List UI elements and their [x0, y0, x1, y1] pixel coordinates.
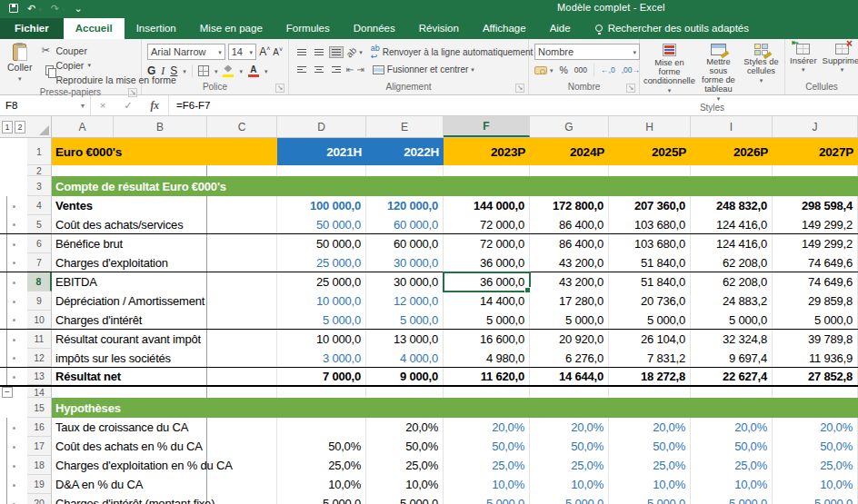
cell-C2[interactable]: [207, 165, 277, 176]
cell-J20[interactable]: 5 000,0: [773, 494, 858, 504]
tab-accueil[interactable]: Accueil: [64, 18, 125, 39]
cell-F6[interactable]: 72 000,0: [444, 234, 530, 253]
comma-style-button[interactable]: 000: [574, 65, 587, 74]
cell-I20[interactable]: 5 000,0: [691, 494, 773, 504]
cell-D12[interactable]: 3 000,0: [277, 349, 366, 367]
font-size-select[interactable]: 14▾: [228, 44, 256, 60]
borders-icon[interactable]: [198, 65, 209, 76]
cell-D6[interactable]: 50 000,0: [277, 234, 366, 253]
cell-G9[interactable]: 17 280,0: [530, 292, 609, 311]
tab-révision[interactable]: Révision: [407, 18, 471, 39]
cell-G10[interactable]: 5 000,0: [530, 311, 609, 329]
cell-D14[interactable]: [277, 387, 366, 398]
cell-D19[interactable]: 10,0%: [277, 475, 366, 494]
cell-F8[interactable]: 36 000,0: [444, 272, 530, 292]
cell-E7[interactable]: 30 000,0: [366, 253, 444, 272]
cell-E5[interactable]: 60 000,0: [366, 215, 444, 233]
cell-I6[interactable]: 124 416,0: [691, 234, 773, 253]
cell-F17[interactable]: 50,0%: [444, 437, 530, 456]
align-left-icon[interactable]: [294, 64, 309, 75]
cell-A19[interactable]: D&A en % du CA: [52, 475, 207, 494]
cell-D4[interactable]: 100 000,0: [277, 196, 366, 215]
cell-G12[interactable]: 6 276,0: [530, 349, 609, 367]
outline-level-1[interactable]: 1: [2, 121, 13, 133]
cell-D20[interactable]: 5 000,0: [277, 494, 366, 504]
cell-F2[interactable]: [444, 165, 530, 176]
row-header-17[interactable]: 17: [27, 437, 52, 456]
italic-button[interactable]: I: [161, 64, 165, 78]
tab-insertion[interactable]: Insertion: [125, 18, 188, 39]
align-middle-icon[interactable]: [312, 46, 326, 58]
tab-données[interactable]: Données: [342, 18, 407, 39]
cell-I4[interactable]: 248 832,0: [691, 196, 773, 215]
cell-A8[interactable]: EBITDA: [52, 272, 207, 292]
cell-E13[interactable]: 9 000,0: [366, 368, 444, 385]
cell-C12[interactable]: [207, 349, 277, 367]
cell-A18[interactable]: Charges d'exploitation en % du CA: [52, 456, 207, 475]
cell-F16[interactable]: 20,0%: [444, 418, 530, 437]
cell-I14[interactable]: [691, 387, 773, 398]
cell-C8[interactable]: [207, 272, 277, 292]
row-header-16[interactable]: 16: [27, 418, 52, 437]
cell-A5[interactable]: Coût des achats/services: [52, 215, 207, 233]
cell-A14[interactable]: [52, 387, 207, 398]
cell-G14[interactable]: [530, 387, 609, 398]
cell-I2[interactable]: [691, 165, 773, 176]
cell-F18[interactable]: 25,0%: [444, 456, 530, 475]
cell-A2[interactable]: [52, 165, 207, 176]
row-header-8[interactable]: 8: [27, 272, 52, 292]
row-header-4[interactable]: 4: [27, 196, 52, 215]
cell-H1[interactable]: 2025P: [609, 138, 691, 165]
cell-A20[interactable]: Charges d'intérêt (montant fixe): [52, 494, 207, 504]
cell-C13[interactable]: [207, 368, 277, 385]
grow-font-button[interactable]: A˄: [259, 45, 270, 58]
cell-F11[interactable]: 16 600,0: [444, 330, 530, 349]
cell-F13[interactable]: 11 620,0: [444, 368, 530, 385]
cell-E20[interactable]: 5 000,0: [366, 494, 444, 504]
tab-aide[interactable]: Aide: [538, 18, 583, 39]
col-header-B[interactable]: B: [114, 116, 207, 137]
tell-me-search[interactable]: Rechercher des outils adaptés: [595, 23, 749, 39]
cell-G6[interactable]: 86 400,0: [530, 234, 609, 253]
cell-E17[interactable]: 50,0%: [366, 437, 444, 456]
redo-icon[interactable]: ↷ ▾: [51, 4, 65, 14]
cell-I18[interactable]: 25,0%: [691, 456, 773, 475]
underline-button[interactable]: S: [170, 64, 177, 77]
col-header-G[interactable]: G: [530, 116, 609, 137]
cell-E1[interactable]: 2022H: [366, 138, 444, 165]
cell-F14[interactable]: [444, 387, 530, 398]
cell-H6[interactable]: 103 680,0: [609, 234, 691, 253]
cancel-formula-icon[interactable]: ×: [100, 100, 106, 111]
cell-F9[interactable]: 14 400,0: [444, 292, 530, 311]
font-color-icon[interactable]: A: [248, 65, 259, 77]
cell-J4[interactable]: 298 598,4: [773, 196, 858, 215]
cell-D2[interactable]: [277, 165, 366, 176]
col-header-A[interactable]: A: [52, 116, 114, 137]
tab-fichier[interactable]: Fichier: [0, 18, 64, 39]
align-bottom-icon[interactable]: [329, 46, 344, 58]
cell-E2[interactable]: [366, 165, 444, 176]
cell-G13[interactable]: 14 644,0: [530, 368, 609, 385]
save-icon[interactable]: [9, 4, 18, 13]
cell-I7[interactable]: 62 208,0: [691, 253, 773, 272]
cell-G11[interactable]: 20 920,0: [530, 330, 609, 349]
cell-D11[interactable]: 10 000,0: [277, 330, 366, 349]
cell-E12[interactable]: 4 000,0: [366, 349, 444, 367]
cell-J18[interactable]: 25,0%: [773, 456, 858, 475]
cell-E10[interactable]: 5 000,0: [366, 311, 444, 329]
cell-A1[interactable]: Euro €000's: [52, 138, 277, 165]
conditional-formatting-button[interactable]: Mise en forme conditionnelle▾: [642, 41, 697, 102]
row-header-2[interactable]: 2: [27, 165, 52, 176]
cell-J9[interactable]: 29 859,8: [773, 292, 858, 311]
cell-G8[interactable]: 43 200,0: [530, 272, 609, 292]
cell-A17[interactable]: Coût des achats en % du CA: [52, 437, 207, 456]
decrease-indent-icon[interactable]: ⇤: [346, 64, 354, 74]
cell-I11[interactable]: 32 324,8: [691, 330, 773, 349]
row-header-7[interactable]: 7: [27, 253, 52, 272]
tab-formules[interactable]: Formules: [274, 18, 342, 39]
cell-H11[interactable]: 26 104,0: [609, 330, 691, 349]
row-header-10[interactable]: 10: [27, 311, 52, 329]
cell-I19[interactable]: 10,0%: [691, 475, 773, 494]
row-header-9[interactable]: 9: [27, 292, 52, 311]
cell-I8[interactable]: 62 208,0: [691, 272, 773, 292]
